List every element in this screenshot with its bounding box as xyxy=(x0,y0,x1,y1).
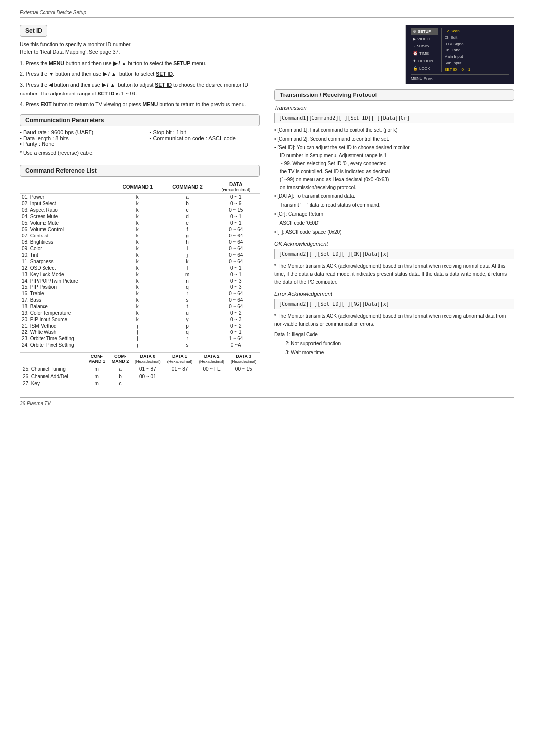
cmd2-val: n xyxy=(163,278,213,284)
cmd1-val: k xyxy=(113,316,163,323)
table-row: 18. Balance k t 0 ~ 64 xyxy=(20,303,260,310)
tv-item-subinput: Sub Input xyxy=(445,60,476,66)
bt-d1 xyxy=(164,373,196,380)
cmd-name: 10. Tint xyxy=(20,252,113,258)
cmd-name: 14. PIP/POP/Twin Picture xyxy=(20,278,113,284)
ok-ack-label: OK Acknowledgement xyxy=(274,241,514,247)
bottom-table: COM-MAND 1 COM-MAND 2 DATA 0(Hexadecimal… xyxy=(20,352,260,387)
cmd-name: 04. Screen Mute xyxy=(20,213,113,220)
cmd-name: 21. ISM Method xyxy=(20,323,113,329)
cmd2-val: p xyxy=(163,323,213,329)
cmd-name: 13. Key Lock Mode xyxy=(20,271,113,278)
table-row: 05. Volume Mute k e 0 ~ 1 xyxy=(20,220,260,226)
comm-params-note: * Use a crossed (reverse) cable. xyxy=(20,150,260,156)
table-row: 20. PIP Input Source k y 0 ~ 3 xyxy=(20,316,260,323)
error-ack-note: * The Monitor transmits ACK (acknowledge… xyxy=(274,312,514,328)
tv-item-chedit: Ch.Edit xyxy=(445,35,476,40)
protocol-label: Transmission / Receiving Protocol xyxy=(274,89,514,101)
cmd-name: 07. Contrast xyxy=(20,233,113,239)
tv-menu-image: ⚙ SETUP ▶ VIDEO ♪ AUDIO ⏰ TIME ✦ OPTION xyxy=(405,25,514,84)
data-val: 0 ~ 15 xyxy=(212,207,260,213)
bt-cmd1: m xyxy=(85,373,108,380)
bottom-table-row: 27. Key m c xyxy=(20,380,260,387)
tv-menu-setup: ⚙ SETUP xyxy=(411,28,438,35)
ok-ack-cmd: [Command2][ ][Set ID][ ][OK][Data][x] xyxy=(274,249,514,259)
table-row: 21. ISM Method j p 0 ~ 2 xyxy=(20,323,260,329)
cmd2-val: e xyxy=(163,220,213,226)
cmd1-val: k xyxy=(113,220,163,226)
cmd-name: 24. Orbiter Pixel Setting xyxy=(20,342,113,348)
cmd1-val: j xyxy=(113,329,163,335)
transmission-label: Transmission xyxy=(274,105,514,111)
cmd2-val: y xyxy=(163,316,213,323)
cmd-name: 16. Treble xyxy=(20,290,113,297)
cmd-name: 18. Balance xyxy=(20,303,113,310)
table-row: 07. Contrast k g 0 ~ 64 xyxy=(20,233,260,239)
cmd-name: 22. White Wash xyxy=(20,329,113,335)
ok-ack-note: * The Monitor transmits ACK (acknowledge… xyxy=(274,262,514,286)
cmd1-val: k xyxy=(113,213,163,220)
bottom-table-row: 25. Channel Tuning m a 01 ~ 87 01 ~ 87 0… xyxy=(20,365,260,373)
cmd1-val: k xyxy=(113,233,163,239)
table-row: 04. Screen Mute k d 0 ~ 1 xyxy=(20,213,260,220)
bt-d3 xyxy=(227,373,260,380)
bt-cmd2: a xyxy=(108,365,132,373)
cmd2-val: c xyxy=(163,207,213,213)
bt-cmd2: c xyxy=(108,380,132,387)
data-val: 0 ~ 2 xyxy=(212,323,260,329)
cmd2-val: r xyxy=(163,335,213,342)
cmd-col-name xyxy=(20,181,113,194)
cmd-col-cmd2: COMMAND 2 xyxy=(163,181,213,194)
data-val: 0 ~ 1 xyxy=(212,329,260,335)
data-info: Data 1: Illegal Code 2: Not supported fu… xyxy=(274,331,514,357)
cmd2-val: f xyxy=(163,226,213,233)
cmd1-val: k xyxy=(113,207,163,213)
set-id-intro: Use this function to specify a monitor I… xyxy=(20,41,260,56)
bt-d1 xyxy=(164,380,196,387)
cmd-name: 23. Orbiter Time Setting xyxy=(20,335,113,342)
cmd1-val: k xyxy=(113,245,163,252)
tv-menu-time: ⏰ TIME xyxy=(411,50,438,57)
set-id-steps: 1. Press the MENU button and then use ▶ … xyxy=(20,59,260,109)
bt-cmd1: m xyxy=(85,380,108,387)
table-row: 12. OSD Select k l 0 ~ 1 xyxy=(20,265,260,271)
data-val: 0 ~ 64 xyxy=(212,226,260,233)
cmd1-val: k xyxy=(113,252,163,258)
header-title: External Control Device Setup xyxy=(20,10,86,15)
cmd2-val: i xyxy=(163,245,213,252)
data-val: 0 ~ 64 xyxy=(212,297,260,303)
table-row: 17. Bass k s 0 ~ 64 xyxy=(20,297,260,303)
cmd2-val: t xyxy=(163,303,213,310)
cmd2-val: j xyxy=(163,252,213,258)
cmd2-val: g xyxy=(163,233,213,239)
cmd2-val: k xyxy=(163,258,213,265)
cmd-name: 15. PIP Position xyxy=(20,284,113,290)
bt-d1: 01 ~ 87 xyxy=(164,365,196,373)
set-id-section-label: Set ID xyxy=(20,25,47,37)
bt-name: 25. Channel Tuning xyxy=(20,365,85,373)
cmd2-val: q xyxy=(163,284,213,290)
data-val: 0 ~ 1 xyxy=(212,271,260,278)
data-val: 0 ~ 3 xyxy=(212,278,260,284)
cmd-ref-table: COMMAND 1 COMMAND 2 DATA(Hexadecimal) 01… xyxy=(20,181,260,348)
data-val: 0 ~ 1 xyxy=(212,265,260,271)
table-row: 24. Orbiter Pixel Setting j s 0 ~A xyxy=(20,342,260,348)
cmd1-val: k xyxy=(113,290,163,297)
cmd2-val: r xyxy=(163,290,213,297)
tv-item-setid: SET ID 0 1 xyxy=(445,67,476,72)
cmd-name: 19. Color Temperature xyxy=(20,310,113,316)
cmd-name: 09. Color xyxy=(20,245,113,252)
cmd1-val: k xyxy=(113,239,163,245)
bt-d0: 01 ~ 87 xyxy=(132,365,164,373)
data-val: 1 ~ 64 xyxy=(212,335,260,342)
bt-cmd2: b xyxy=(108,373,132,380)
data-val: 0 ~ 1 xyxy=(212,213,260,220)
cmd-name: 06. Volume Control xyxy=(20,226,113,233)
bt-d0 xyxy=(132,380,164,387)
table-row: 22. White Wash j q 0 ~ 1 xyxy=(20,329,260,335)
tv-item-dtvsignal: DTV Signal xyxy=(445,41,476,47)
cmd1-val: k xyxy=(113,226,163,233)
table-row: 02. Input Select k b 0 ~ 9 xyxy=(20,200,260,207)
table-row: 03. Aspect Ratio k c 0 ~ 15 xyxy=(20,207,260,213)
bt-d2 xyxy=(196,380,228,387)
